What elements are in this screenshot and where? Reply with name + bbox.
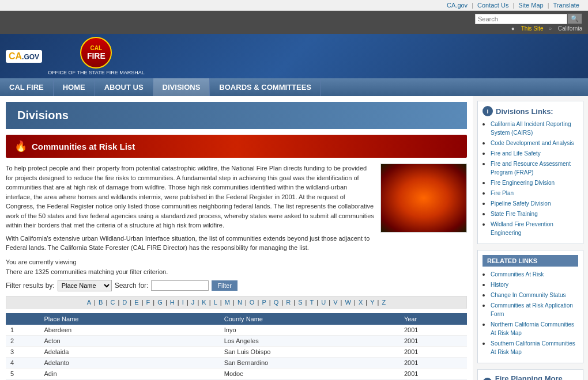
top-bar-links: CA.gov | Contact Us | Site Map | Transla… [444,2,582,9]
divisions-link[interactable]: Fire and Resource Assessment Program (FR… [491,161,571,176]
cell-year: 2001 [399,325,467,336]
cal-fire-badge: CAL FIRE [80,37,112,69]
search-for-label: Search for: [115,282,149,290]
section-title: Divisions [17,109,69,121]
cell-county: San Luis Obispo [220,346,399,357]
divisions-link[interactable]: Pipeline Safety Division [491,200,551,207]
divisions-link[interactable]: Wildland Fire Prevention Engineering [491,221,553,236]
alpha-link-C[interactable]: C [110,299,115,306]
search-button[interactable]: 🔍 [567,13,582,24]
cell-year: 2001 [399,346,467,357]
alpha-link-Z[interactable]: Z [382,299,386,306]
alpha-link-D[interactable]: D [122,299,127,306]
related-link[interactable]: Northern California Communities At Risk … [491,321,574,336]
viewing-label: You are currently viewing [6,259,467,265]
filter-input[interactable] [151,280,209,291]
alpha-link-P[interactable]: P [262,299,266,306]
col-header-num [6,313,40,325]
alpha-link-T[interactable]: T [310,299,314,306]
fire-text: FIRE [87,51,105,60]
divisions-link[interactable]: California All Incident Reporting System… [491,121,571,136]
alpha-link-E[interactable]: E [134,299,138,306]
nav-about-us[interactable]: ABOUT US [95,78,153,96]
table-row: 5 Adin Modoc 2001 [6,368,467,379]
divisions-link[interactable]: Fire Plan [491,190,514,196]
main-content: Divisions 🔥 Communities at Risk List To … [0,96,588,380]
related-links-title: RELATED LINKS [483,255,578,267]
cell-year: 2001 [399,368,467,379]
alpha-link-I[interactable]: I [182,299,184,306]
cell-place: Adelanto [40,357,220,368]
divisions-links-icon: i [483,106,493,116]
alpha-link-Y[interactable]: Y [370,299,374,306]
filter-bar: Filter results by: Place Name County Nam… [6,280,467,291]
content-text: To help protect people and their propert… [6,164,375,253]
related-link[interactable]: Communities at Risk Application Form [491,302,573,317]
cell-county: Los Angeles [220,335,399,346]
divisions-link[interactable]: Code Development and Analysis [491,140,574,146]
alpha-link-A[interactable]: A [87,299,91,306]
osfm-text: OFFICE OF THE STATE FIRE MARSHAL [48,70,145,75]
nav-boards-committees[interactable]: BOARDS & COMMITTEES [210,78,321,96]
col-header-year: Year [399,313,467,325]
alpha-link-W[interactable]: W [345,299,351,306]
cell-place: Aberdeen [40,325,220,336]
fire-image [380,164,467,233]
divisions-link[interactable]: Fire Engineering Division [491,180,555,186]
nav-divisions[interactable]: DIVISIONS [153,78,210,96]
fire-planning-icon: i [483,378,492,380]
alpha-link-V[interactable]: V [333,299,337,306]
related-link[interactable]: History [491,282,508,288]
alpha-link-U[interactable]: U [321,299,326,306]
divisions-link[interactable]: Fire and Life Safety [491,150,541,157]
alpha-link-R[interactable]: R [286,299,291,306]
related-link[interactable]: Change In Community Status [491,292,566,298]
divisions-links-list: California All Incident Reporting System… [491,120,578,237]
cell-year: 2001 [399,357,467,368]
cell-place: Acton [40,335,220,346]
alpha-link-F[interactable]: F [146,299,150,306]
translate-link[interactable]: Translate [553,2,579,9]
alpha-link-N[interactable]: N [238,299,242,306]
alpha-link-B[interactable]: B [99,299,103,306]
related-links-box: RELATED LINKS Communities At RiskHistory… [477,250,583,363]
header: CA.GOV CAL FIRE OFFICE OF THE STATE FIRE… [0,34,588,78]
search-wrap: 🔍 [475,13,582,24]
right-panel: i Divisions Links: California All Incide… [473,96,588,380]
table-row: 4 Adelanto San Bernardino 2001 [6,357,467,368]
search-scope: ● This Site ○ California [511,25,582,32]
wave-banner: 🔥 Communities at Risk List [6,135,467,158]
alpha-link-K[interactable]: K [202,299,206,306]
nav-cal-fire[interactable]: CAL FIRE [0,78,54,96]
alpha-link-O[interactable]: O [250,299,255,306]
cell-num: 2 [6,335,40,346]
scope-california[interactable]: California [558,25,582,32]
related-link[interactable]: Southern California Communities At Risk … [491,340,575,355]
cell-num: 4 [6,357,40,368]
nav-home[interactable]: HOME [54,78,95,96]
contact-us-link[interactable]: Contact Us [477,2,508,9]
alpha-link-H[interactable]: H [170,299,175,306]
alpha-link-X[interactable]: X [359,299,363,306]
ca-gov-link[interactable]: CA.gov [447,2,468,9]
alpha-link-J[interactable]: J [191,299,195,306]
alpha-link-L[interactable]: L [214,299,217,306]
divisions-link[interactable]: State Fire Training [491,211,538,217]
body-text-1: To help protect people and their propert… [6,164,375,230]
search-input[interactable] [475,14,567,24]
filter-select[interactable]: Place Name County Name Year [58,280,112,291]
body-text-2: With California's extensive urban Wildla… [6,234,375,253]
alpha-link-Q[interactable]: Q [274,299,279,306]
left-panel: Divisions 🔥 Communities at Risk List To … [0,96,473,380]
related-link[interactable]: Communities At Risk [491,271,544,278]
site-map-link[interactable]: Site Map [518,2,543,9]
table-header-row: Place Name County Name Year [6,313,467,325]
divisions-header: Divisions [6,102,467,129]
scope-this-site[interactable]: This Site [521,25,544,32]
alpha-link-M[interactable]: M [225,299,230,306]
cell-num: 5 [6,368,40,379]
communities-table: Place Name County Name Year 1 Aberdeen I… [6,313,467,381]
filter-button[interactable]: Filter [212,280,237,291]
alpha-link-G[interactable]: G [157,299,163,306]
alpha-link-S[interactable]: S [298,299,302,306]
